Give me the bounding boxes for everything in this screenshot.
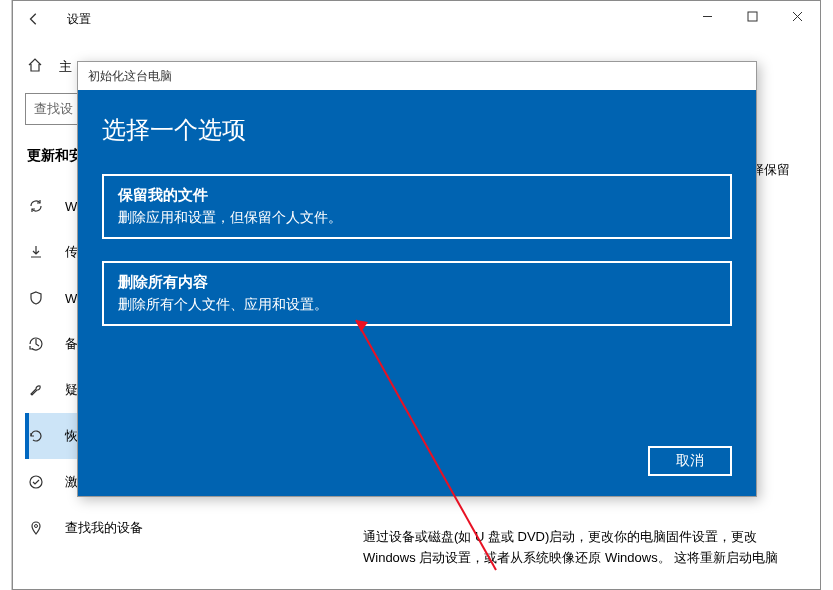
option-title: 删除所有内容: [118, 273, 716, 292]
truncated-left-strip: [0, 0, 12, 590]
check-icon: [27, 474, 45, 490]
option-desc: 删除应用和设置，但保留个人文件。: [118, 209, 716, 227]
back-icon[interactable]: [23, 8, 45, 30]
sync-icon: [27, 198, 45, 214]
nav-item-find-device[interactable]: 查找我的设备: [25, 505, 333, 551]
shield-icon: [27, 290, 45, 306]
download-icon: [27, 244, 45, 260]
cancel-label: 取消: [676, 452, 704, 470]
minimize-button[interactable]: [685, 1, 730, 31]
window-title: 设置: [67, 11, 91, 28]
reset-pc-dialog: 初始化这台电脑 选择一个选项 保留我的文件 删除应用和设置，但保留个人文件。 删…: [77, 61, 757, 497]
search-placeholder: 查找设: [34, 100, 73, 118]
svg-point-5: [35, 525, 38, 528]
wrench-icon: [27, 382, 45, 398]
window-controls: [685, 1, 820, 31]
svg-rect-1: [748, 12, 757, 21]
option-remove-all[interactable]: 删除所有内容 删除所有个人文件、应用和设置。: [102, 261, 732, 326]
cancel-button[interactable]: 取消: [648, 446, 732, 476]
dialog-titlebar: 初始化这台电脑: [78, 62, 756, 90]
svg-point-4: [30, 476, 42, 488]
option-title: 保留我的文件: [118, 186, 716, 205]
location-icon: [27, 520, 45, 536]
home-label: 主: [59, 58, 72, 76]
history-icon: [27, 336, 45, 352]
titlebar: 设置: [13, 1, 820, 37]
recovery-icon: [27, 428, 45, 444]
advanced-startup-text: 通过设备或磁盘(如 U 盘或 DVD)启动，更改你的电脑固件设置，更改 Wind…: [363, 527, 790, 569]
dialog-body: 选择一个选项 保留我的文件 删除应用和设置，但保留个人文件。 删除所有内容 删除…: [78, 90, 756, 496]
nav-label: 查找我的设备: [65, 519, 143, 537]
home-icon: [27, 57, 45, 77]
option-keep-files[interactable]: 保留我的文件 删除应用和设置，但保留个人文件。: [102, 174, 732, 239]
option-desc: 删除所有个人文件、应用和设置。: [118, 296, 716, 314]
dialog-heading: 选择一个选项: [102, 114, 732, 146]
close-button[interactable]: [775, 1, 820, 31]
maximize-button[interactable]: [730, 1, 775, 31]
